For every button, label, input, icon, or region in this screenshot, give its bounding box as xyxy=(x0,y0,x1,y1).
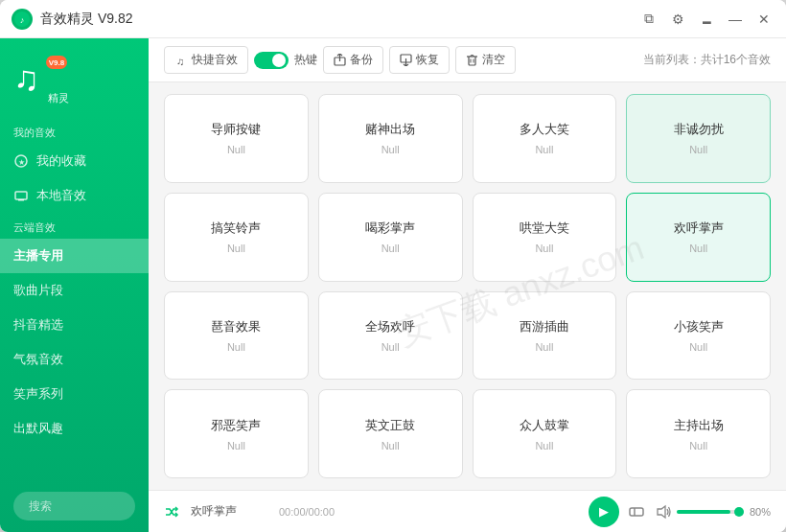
svg-text:V9.8: V9.8 xyxy=(49,58,65,67)
sound-key: Null xyxy=(689,440,707,451)
sound-key: Null xyxy=(381,341,400,353)
play-button[interactable]: ▶ xyxy=(589,497,619,527)
player-time: 00:00/00:00 xyxy=(279,506,346,518)
sidebar-item-default[interactable]: 出默风趣 xyxy=(0,411,149,446)
sound-card-s2[interactable]: 赌神出场 Null xyxy=(318,94,463,183)
volume-percent: 80% xyxy=(750,506,771,518)
loop-btn[interactable] xyxy=(629,504,644,520)
hotkey-toggle[interactable] xyxy=(254,52,289,69)
backup-btn[interactable]: 备份 xyxy=(323,46,383,74)
sound-key: Null xyxy=(381,243,400,254)
loop-icon xyxy=(629,504,644,520)
settings-btn[interactable]: ⚙ xyxy=(667,9,688,30)
sound-card-s7[interactable]: 哄堂大笑 Null xyxy=(473,193,617,282)
app-window: ♪ 音效精灵 V9.82 ⧉ ⚙ 🗕 — ✕ ♫ V9.8 精灵 xyxy=(0,0,786,532)
sidebar-item-label: 本地音效 xyxy=(36,187,86,204)
shuffle-icon xyxy=(164,504,179,520)
sidebar-item-label: 气氛音效 xyxy=(13,351,63,368)
sound-name: 琶音效果 xyxy=(211,318,261,335)
player-bar: 欢呼掌声 00:00/00:00 ▶ xyxy=(149,490,786,532)
backup-icon xyxy=(334,54,346,66)
svg-rect-9 xyxy=(18,199,24,201)
sound-card-s16[interactable]: 主持出场 Null xyxy=(626,389,771,478)
sound-name: 主持出场 xyxy=(674,417,724,434)
volume-icon xyxy=(656,504,671,520)
sound-name: 全场欢呼 xyxy=(365,318,415,335)
restore-btn[interactable]: 恢复 xyxy=(389,46,450,74)
sound-key: Null xyxy=(381,440,400,451)
sound-key: Null xyxy=(381,144,400,155)
sound-key: Null xyxy=(689,243,707,254)
sidebar-item-local[interactable]: 本地音效 xyxy=(0,178,149,213)
sound-key: Null xyxy=(227,341,245,353)
sidebar-item-label: 歌曲片段 xyxy=(13,282,63,299)
search-bar[interactable] xyxy=(13,492,135,520)
sidebar-item-songs[interactable]: 歌曲片段 xyxy=(0,273,149,308)
volume-slider[interactable] xyxy=(677,510,744,514)
sound-card-s14[interactable]: 英文正鼓 Null xyxy=(318,389,463,478)
app-logo-large: ♫ V9.8 精灵 xyxy=(12,54,69,106)
minimize-btn[interactable]: — xyxy=(725,9,746,30)
sound-name: 欢呼掌声 xyxy=(674,220,724,237)
sound-card-s6[interactable]: 喝彩掌声 Null xyxy=(318,193,463,282)
section-my-label: 我的音效 xyxy=(0,118,149,144)
restore-icon xyxy=(400,54,412,66)
main-layout: ♫ V9.8 精灵 我的音效 ★ 我的收藏 本地音效 xyxy=(0,38,786,532)
music-icon: ♫ xyxy=(174,54,188,67)
sidebar-item-label: 主播专用 xyxy=(13,247,63,265)
svg-text:♫: ♫ xyxy=(176,56,184,67)
sound-card-s10[interactable]: 全场欢呼 Null xyxy=(318,291,463,381)
sound-name: 搞笑铃声 xyxy=(211,220,261,237)
sound-name: 导师按键 xyxy=(211,121,261,138)
sidebar-item-atmosphere[interactable]: 气氛音效 xyxy=(0,342,149,377)
svg-marker-21 xyxy=(658,506,665,518)
svg-rect-8 xyxy=(15,192,27,199)
sound-name: 西游插曲 xyxy=(520,318,569,335)
window-controls: ⧉ ⚙ 🗕 — ✕ xyxy=(638,9,774,30)
sidebar-item-douyin[interactable]: 抖音精选 xyxy=(0,308,149,342)
close-btn[interactable]: ✕ xyxy=(753,9,774,30)
sound-card-s1[interactable]: 导师按键 Null xyxy=(164,94,309,183)
sound-key: Null xyxy=(535,440,553,451)
sidebar-item-laugh[interactable]: 笑声系列 xyxy=(0,377,149,411)
app-logo: ♪ xyxy=(12,9,33,30)
sidebar-logo-area: ♫ V9.8 精灵 xyxy=(0,38,149,118)
sound-name: 邪恶笑声 xyxy=(211,417,261,434)
svg-text:♫: ♫ xyxy=(13,58,39,98)
player-track: 欢呼掌声 xyxy=(191,503,267,520)
clear-btn[interactable]: 清空 xyxy=(455,46,516,74)
section-cloud-label: 云端音效 xyxy=(0,213,149,239)
sound-card-s8[interactable]: 欢呼掌声 Null xyxy=(626,193,771,282)
hotkey-label: 热键 xyxy=(294,52,317,68)
sound-card-s3[interactable]: 多人大笑 Null xyxy=(473,94,617,183)
content-area: ♫ 快捷音效 热键 备份 xyxy=(149,38,786,532)
sidebar-item-streamer[interactable]: 主播专用 xyxy=(0,239,149,273)
svg-text:精灵: 精灵 xyxy=(48,92,69,104)
sound-card-s9[interactable]: 琶音效果 Null xyxy=(164,291,309,381)
sound-key: Null xyxy=(535,243,553,254)
sound-name: 小孩笑声 xyxy=(674,318,724,335)
trash-icon xyxy=(466,54,478,66)
pin-btn[interactable]: 🗕 xyxy=(696,9,717,30)
title-bar: ♪ 音效精灵 V9.82 ⧉ ⚙ 🗕 — ✕ xyxy=(0,0,786,38)
sound-card-s11[interactable]: 西游插曲 Null xyxy=(473,291,617,381)
sidebar-item-my-favorites[interactable]: ★ 我的收藏 xyxy=(0,144,149,178)
sound-name: 赌神出场 xyxy=(365,121,415,138)
svg-rect-19 xyxy=(630,508,643,516)
sidebar-item-label: 抖音精选 xyxy=(13,316,63,334)
sound-card-s15[interactable]: 众人鼓掌 Null xyxy=(473,389,617,478)
sound-count: 当前列表：共计16个音效 xyxy=(643,52,771,68)
shortcut-btn[interactable]: ♫ 快捷音效 xyxy=(164,46,248,74)
sound-name: 哄堂大笑 xyxy=(520,220,569,237)
svg-text:♪: ♪ xyxy=(20,15,25,25)
sound-card-s12[interactable]: 小孩笑声 Null xyxy=(626,291,771,381)
sound-card-s5[interactable]: 搞笑铃声 Null xyxy=(164,193,309,282)
logo-container: ♫ V9.8 精灵 xyxy=(12,54,69,106)
restore-btn[interactable]: ⧉ xyxy=(638,9,659,30)
sound-card-s13[interactable]: 邪恶笑声 Null xyxy=(164,389,309,478)
sidebar-item-label: 我的收藏 xyxy=(36,152,86,170)
sidebar-item-label: 出默风趣 xyxy=(13,420,63,437)
sound-card-s4[interactable]: 非诚勿扰 Null xyxy=(626,94,771,183)
sound-key: Null xyxy=(227,440,245,451)
star-icon: ★ xyxy=(13,153,29,169)
